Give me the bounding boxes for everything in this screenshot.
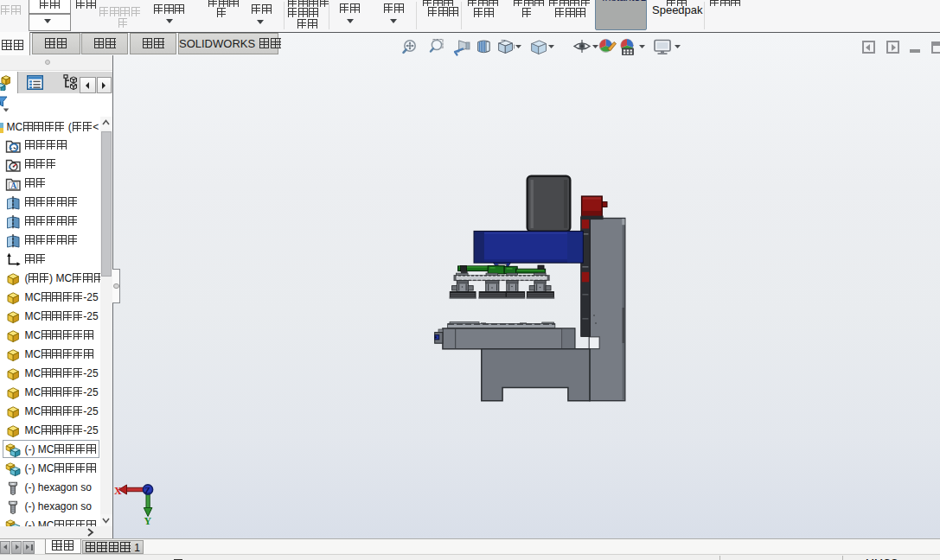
svg-text:X: X [114, 485, 122, 497]
svg-text:Y: Y [144, 515, 152, 527]
svg-text:Z: Z [144, 486, 150, 495]
svg-text:A: A [10, 181, 16, 190]
